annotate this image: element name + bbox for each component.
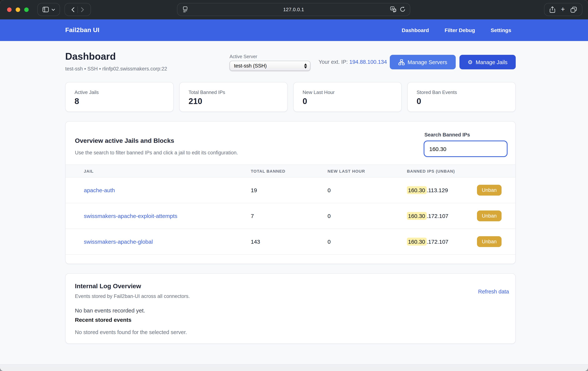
- translate-icon[interactable]: A x: [390, 6, 397, 12]
- stat-card-new-last-hour: New Last Hour 0: [293, 82, 402, 112]
- window-actions-group: +: [544, 3, 582, 16]
- address-bar[interactable]: 127.0.0.1 A x: [177, 3, 410, 16]
- banned-ip: 160.30.172.107: [407, 239, 449, 245]
- manage-servers-label: Manage Servers: [408, 59, 447, 65]
- refresh-data-link[interactable]: Refresh data: [478, 289, 509, 295]
- banned-ip: 160.30.113.129: [407, 187, 448, 193]
- ip-highlight: 160.30: [407, 212, 427, 220]
- app-navbar: Fail2ban UI Dashboard Filter Debug Setti…: [0, 19, 588, 41]
- browser-titlebar: 127.0.0.1 A x: [0, 0, 588, 19]
- jail-link[interactable]: apache-auth: [84, 187, 115, 193]
- url-text[interactable]: 127.0.0.1: [177, 7, 410, 12]
- total-banned-value: 143: [251, 239, 260, 245]
- page-title: Dashboard: [65, 51, 116, 62]
- table-row: swissmakers-apache-exploit-attempts 7 0 …: [66, 203, 515, 229]
- close-window-button[interactable]: [7, 8, 11, 12]
- forward-button[interactable]: [81, 7, 84, 12]
- svg-text:A: A: [391, 7, 393, 10]
- nav-divider: [77, 6, 78, 13]
- gear-icon: ⚙: [468, 59, 473, 65]
- manage-jails-button[interactable]: ⚙ Manage Jails: [460, 55, 516, 69]
- ip-rest: .172.107: [427, 213, 449, 219]
- table-row: apache-auth 19 0 160.30.113.129 Unban: [66, 177, 515, 203]
- jail-link[interactable]: swissmakers-apache-exploit-attempts: [84, 213, 177, 219]
- stat-value: 210: [189, 97, 278, 106]
- select-arrows-icon: [304, 63, 307, 68]
- column-header-total-banned: Total Banned: [251, 169, 285, 173]
- column-header-banned-ips: Banned IPs (Unban): [407, 169, 455, 173]
- stat-card-total-banned: Total Banned IPs 210: [179, 82, 288, 112]
- recent-stored-events-title: Recent stored events: [75, 316, 131, 323]
- overview-title: Overview active Jails and Blocks: [75, 137, 174, 145]
- browser-window: 127.0.0.1 A x: [0, 0, 588, 371]
- stat-value: 0: [417, 97, 506, 106]
- page-subtitle: test-ssh • SSH • rlinfp02.swissmakers.co…: [65, 66, 167, 72]
- overview-card: Overview active Jails and Blocks Use the…: [65, 121, 516, 264]
- page-settings-icon[interactable]: [183, 6, 188, 12]
- total-banned-value: 7: [251, 213, 254, 219]
- manage-jails-label: Manage Jails: [476, 59, 507, 65]
- column-header-new-last-hour: New Last Hour: [327, 169, 365, 173]
- nav-item-dashboard[interactable]: Dashboard: [402, 27, 429, 33]
- manage-servers-button[interactable]: Manage Servers: [390, 55, 456, 69]
- overview-description: Use the search to filter banned IPs and …: [75, 150, 238, 155]
- window-footer-strip: [0, 364, 588, 371]
- search-banned-ips-input[interactable]: [424, 141, 507, 157]
- reload-icon[interactable]: [400, 6, 405, 12]
- internal-log-description: Events stored by Fail2ban-UI across all …: [75, 294, 190, 299]
- stat-value: 8: [74, 97, 164, 106]
- new-last-hour-value: 0: [327, 187, 331, 193]
- active-server-label: Active Server: [230, 54, 257, 59]
- new-last-hour-value: 0: [327, 239, 331, 245]
- active-server-value: test-ssh (SSH): [234, 63, 304, 69]
- table-row: swissmakers-apache-global 143 0 160.30.1…: [66, 229, 515, 255]
- external-ip: Your ext. IP: 194.88.100.134: [319, 59, 387, 65]
- internal-log-card: Internal Log Overview Refresh data Event…: [65, 273, 516, 344]
- stat-value: 0: [303, 97, 392, 106]
- column-header-jail: Jail: [84, 169, 94, 173]
- banned-ip: 160.30.172.107: [407, 213, 449, 219]
- ip-highlight: 160.30: [407, 238, 427, 246]
- dashboard-content: Dashboard test-ssh • SSH • rlinfp02.swis…: [0, 41, 588, 364]
- total-banned-value: 19: [251, 187, 257, 193]
- traffic-lights: [7, 8, 29, 12]
- back-button[interactable]: [71, 7, 74, 12]
- active-server-select[interactable]: test-ssh (SSH): [230, 61, 310, 71]
- tab-overview-icon[interactable]: [570, 7, 577, 12]
- stat-card-active-jails: Active Jails 8: [65, 82, 174, 112]
- no-stored-events-text: No stored events found for the selected …: [75, 329, 187, 335]
- sidebar-toggle-button[interactable]: [37, 3, 60, 16]
- unban-button[interactable]: Unban: [477, 210, 502, 221]
- stat-card-stored-ban-events: Stored Ban Events 0: [407, 82, 516, 112]
- history-nav-group: [64, 3, 91, 16]
- sitemap-icon: [398, 59, 405, 65]
- search-banned-ips-label: Search Banned IPs: [424, 132, 470, 138]
- external-ip-label: Your ext. IP:: [319, 59, 348, 65]
- nav-item-filter-debug[interactable]: Filter Debug: [444, 27, 475, 33]
- ip-rest: .172.107: [427, 239, 449, 245]
- stat-label: New Last Hour: [303, 89, 392, 95]
- jails-table-header: Jail Total Banned New Last Hour Banned I…: [66, 164, 515, 177]
- nav-links: Dashboard Filter Debug Settings: [402, 27, 511, 33]
- internal-log-title: Internal Log Overview: [75, 283, 141, 290]
- jail-link[interactable]: swissmakers-apache-global: [84, 239, 153, 245]
- stat-label: Active Jails: [74, 89, 164, 95]
- nav-item-settings[interactable]: Settings: [491, 27, 511, 33]
- unban-button[interactable]: Unban: [477, 185, 502, 196]
- stat-label: Stored Ban Events: [417, 89, 506, 95]
- app-brand[interactable]: Fail2ban UI: [65, 26, 99, 34]
- ip-highlight: 160.30: [407, 186, 427, 194]
- stat-label: Total Banned IPs: [189, 89, 278, 95]
- ip-rest: .113.129: [427, 187, 448, 193]
- no-ban-events-text: No ban events recorded yet.: [75, 307, 145, 314]
- sidebar-icon: [42, 7, 49, 12]
- external-ip-value[interactable]: 194.88.100.134: [349, 59, 387, 65]
- zoom-window-button[interactable]: [24, 8, 29, 12]
- new-last-hour-value: 0: [327, 213, 331, 219]
- unban-button[interactable]: Unban: [477, 236, 502, 247]
- chevron-down-icon: [51, 8, 55, 11]
- share-icon[interactable]: [550, 6, 555, 13]
- minimize-window-button[interactable]: [16, 8, 20, 12]
- new-tab-icon[interactable]: +: [561, 6, 565, 13]
- svg-text:x: x: [394, 9, 395, 11]
